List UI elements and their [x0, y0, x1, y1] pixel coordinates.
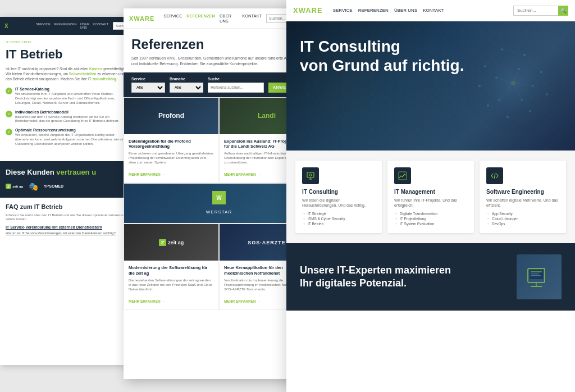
back-nav-ref[interactable]: REFERENZEN — [54, 22, 77, 29]
back-page: XWARE SERVICE REFERENZEN ÜBER UNS KONTAK… — [0, 17, 135, 365]
management-icon — [394, 167, 411, 184]
front-search: 🔍 — [513, 6, 568, 16]
feature-3-text: Optimale Ressourcenzuweisung Wir evaluie… — [15, 128, 129, 146]
mid-logo: XWARE — [129, 15, 154, 22]
mid-nav-ref[interactable]: REFERENZEN — [186, 13, 215, 24]
front-nav-ref[interactable]: REFERENZEN — [358, 8, 389, 13]
feature-3-icon: ✓ — [6, 129, 12, 135]
front-page: XWARE SERVICE REFERENZEN ÜBER UNS KONTAK… — [286, 0, 575, 392]
customers-heading: Diese Kunden vertrauen u — [6, 168, 129, 177]
card-werstar-img: W WERSTAR — [124, 184, 314, 223]
card-profond-img: Profond — [124, 98, 218, 134]
service-3-item-0: App Security — [486, 211, 559, 216]
service-card-consulting: IT Consulting Wir lösen die digitalen He… — [295, 161, 382, 233]
feature-2-icon: ✓ — [6, 111, 12, 117]
referenzen-subtitle: Seit 1997 vertrauen KMU, Grosskunden, Ge… — [131, 56, 307, 67]
breadcrumb: IT CONSULTING — [6, 40, 129, 44]
hero-title: IT Consulting von Grund auf richtig. — [300, 37, 562, 75]
feature-1-icon: ✓ — [6, 88, 12, 94]
service-1-desc: Wir lösen die digitalen Herausforderunge… — [302, 198, 375, 208]
card-werstar-logo-group: W WERSTAR — [206, 191, 232, 216]
logo-zeitag: Z zeit ag — [6, 184, 23, 189]
faq-title: FAQ zum IT Betrieb — [6, 203, 129, 210]
svg-point-7 — [506, 116, 509, 118]
service-3-item-2: DevOps — [486, 221, 559, 226]
card-sosaerzte-link[interactable]: MEHR ERFAHREN → — [224, 299, 261, 303]
filter-service-label: Service — [131, 77, 165, 81]
card-zeitag-link[interactable]: MEHR ERFAHREN → — [129, 299, 165, 303]
front-logo: XWARE — [293, 6, 323, 15]
filter-branche: Branche Alle — [170, 77, 203, 93]
cta-grid: Unsere IT-Experten maximieren Ihr digita… — [300, 254, 562, 299]
card-sosaerzte-logo: SOS·AERZTE — [248, 240, 286, 245]
mid-nav: XWARE SERVICE REFERENZEN ÜBER UNS KONTAK… — [124, 8, 314, 29]
back-content: IT CONSULTING IT Betrieb Ist ihre IT nac… — [0, 35, 135, 157]
cta-heading: Unsere IT-Experten maximieren Ihr digita… — [300, 264, 508, 290]
service-1-list: IT Strategie ISMS & Cyber Security IT Be… — [302, 211, 375, 226]
svg-point-9 — [478, 85, 481, 87]
back-nav-uber[interactable]: ÜBER UNS — [80, 22, 90, 29]
front-nav-kontakt[interactable]: KONTAKT — [423, 8, 444, 13]
filter-suche-input[interactable] — [208, 83, 264, 93]
customers-section: Diese Kunden vertrauen u Z zeit ag 🎭 YPS… — [0, 161, 135, 198]
svg-point-6 — [529, 110, 531, 112]
intro-text: Ist ihre IT nachhaltig organisiert? Sind… — [6, 66, 129, 81]
card-zeitag: Z zeit ag Modernisierung der Softwarelös… — [124, 224, 219, 310]
cta-image — [517, 254, 562, 299]
back-nav: XWARE SERVICE REFERENZEN ÜBER UNS KONTAK… — [0, 17, 135, 35]
mid-nav-uber[interactable]: ÜBER UNS — [220, 13, 238, 24]
hero-section: IT Consulting von Grund auf richtig. — [286, 21, 575, 151]
service-2-item-1: IT Projektleitung — [394, 216, 467, 221]
filter-branche-select[interactable]: Alle — [170, 83, 203, 93]
faq-link-1[interactable]: IT Service-Vereinbarung mit externen Die… — [6, 225, 129, 229]
filter-branche-label: Branche — [170, 77, 203, 81]
referenzen-cards: Profond Datenmigration für die Profond V… — [124, 97, 314, 311]
card-zeitag-body: Modernisierung der Softwarelösung für di… — [124, 261, 218, 309]
front-nav-service[interactable]: SERVICE — [333, 8, 353, 13]
front-search-button[interactable]: 🔍 — [558, 6, 568, 16]
service-1-item-1: ISMS & Cyber Security — [302, 216, 375, 221]
filter-bar: Service Alle Branche Alle Suche ANWENDEN — [124, 72, 314, 97]
card-zeitag-logo: Z zeit ag — [159, 239, 184, 246]
service-1-item-2: IT Betrieb — [302, 221, 375, 226]
service-card-management: IT Management Wir führen Ihre IT-Projekt… — [387, 161, 474, 233]
card-landi-link[interactable]: MEHR ERFAHREN → — [224, 172, 261, 176]
mid-nav-kontakt[interactable]: KONTAKT — [242, 13, 262, 24]
mid-page: XWARE SERVICE REFERENZEN ÜBER UNS KONTAK… — [124, 8, 314, 379]
service-2-list: Digitale Transformation IT Projektleitun… — [394, 211, 467, 226]
service-2-item-0: Digitale Transformation — [394, 211, 467, 216]
front-nav-uber[interactable]: ÜBER UNS — [394, 8, 417, 13]
mid-nav-service[interactable]: SERVICE — [163, 13, 182, 24]
feature-2: ✓ Individuelles Betriebsmodell Basierend… — [6, 110, 129, 124]
feature-3: ✓ Optimale Ressourcenzuweisung Wir evalu… — [6, 128, 129, 146]
engineering-icon — [486, 167, 503, 184]
service-3-desc: Wir schaffen digitale Mehrwerte. Und das… — [486, 198, 559, 208]
card-werstar-logo-text: WERSTAR — [206, 209, 232, 215]
card-profond-logo: Profond — [158, 112, 184, 120]
card-zeitag-img: Z zeit ag — [124, 224, 218, 261]
svg-rect-31 — [531, 274, 539, 275]
service-2-item-2: IT System Evaluation — [394, 221, 467, 226]
page-title: IT Betrieb — [6, 47, 129, 62]
back-nav-service[interactable]: SERVICE — [36, 22, 51, 29]
logo-ypsomed: YPSOMED — [44, 184, 63, 188]
service-1-title: IT Consulting — [302, 189, 375, 195]
svg-point-26 — [309, 174, 312, 176]
front-search-input[interactable] — [513, 6, 558, 16]
card-profond: Profond Datenmigration für die Profond V… — [124, 97, 219, 184]
faq-link-2[interactable]: Warum ist IT Service-Vereinbarungen mit … — [6, 231, 129, 236]
consulting-icon — [302, 167, 319, 184]
referenzen-header: Referenzen Seit 1997 vertrauen KMU, Gros… — [124, 29, 314, 72]
card-werstar: W WERSTAR — [124, 183, 314, 224]
svg-rect-27 — [399, 172, 407, 180]
card-landi-logo: Landi — [258, 112, 276, 120]
feature-1-text: IT Service-Katalog Wir strukturieren Ihr… — [15, 87, 129, 105]
service-1-item-0: IT Strategie — [302, 211, 375, 216]
back-nav-kontakt[interactable]: KONTAKT — [93, 22, 108, 29]
back-nav-links: SERVICE REFERENZEN ÜBER UNS KONTAKT — [36, 22, 108, 29]
card-profond-link[interactable]: MEHR ERFAHREN → — [129, 172, 165, 176]
front-nav: XWARE SERVICE REFERENZEN ÜBER UNS KONTAK… — [286, 0, 575, 21]
mid-nav-links: SERVICE REFERENZEN ÜBER UNS KONTAKT — [163, 13, 262, 24]
service-2-title: IT Management — [394, 189, 467, 195]
filter-service-select[interactable]: Alle — [131, 83, 165, 93]
